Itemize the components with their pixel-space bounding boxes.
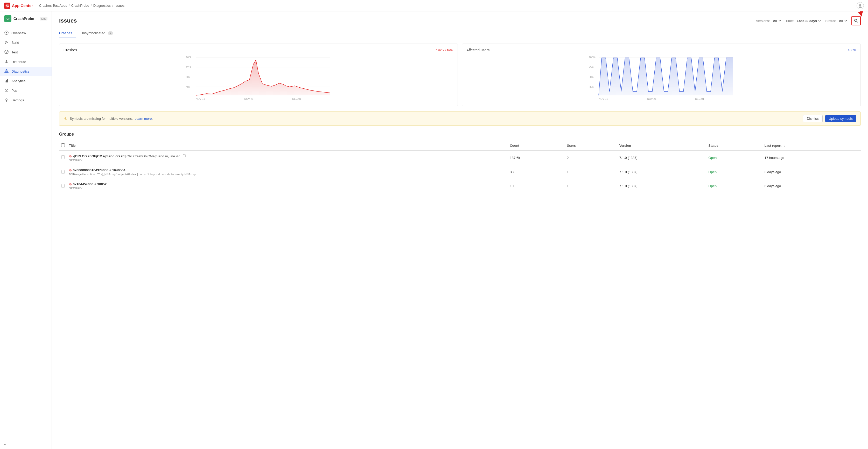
time-value: Last 30 days: [797, 19, 817, 23]
versions-value: All: [773, 19, 777, 23]
upload-symbols-button[interactable]: Upload symbols: [825, 115, 857, 122]
row1-title-bold[interactable]: -[CRLCrashObjCMsgSend crash]: [73, 154, 126, 158]
top-nav-right: [857, 2, 864, 9]
row1-lastreport: 17 hours ago: [763, 151, 861, 165]
sidebar-label-build: Build: [11, 41, 19, 44]
breadcrumb-item-4[interactable]: Issues: [115, 4, 124, 7]
row1-subtitle: SIGSEGV: [69, 159, 506, 162]
svg-text:DEC 01: DEC 01: [292, 97, 301, 100]
sidebar-item-build[interactable]: Build: [0, 38, 52, 47]
sidebar-item-settings[interactable]: Settings: [0, 95, 52, 105]
build-icon: [4, 40, 9, 45]
sidebar-item-analytics[interactable]: Analytics: [0, 76, 52, 86]
row2-status: Open: [706, 165, 762, 179]
svg-text:NOV 21: NOV 21: [647, 97, 656, 100]
svg-rect-17: [7, 79, 8, 83]
app-info: CP CrashProbe: [4, 15, 34, 22]
breadcrumb-item-3[interactable]: Diagnostics: [93, 4, 111, 7]
breadcrumb: Crashes Test Apps / CrashProbe / Diagnos…: [39, 4, 124, 7]
versions-dropdown[interactable]: Versions: All: [756, 19, 781, 23]
row1-checkbox-cell: [59, 151, 67, 165]
sidebar-item-distribute[interactable]: Distribute: [0, 57, 52, 67]
select-all-cell: [59, 141, 67, 151]
sidebar-label-distribute: Distribute: [11, 60, 26, 64]
row2-error-icon: ⊘: [69, 168, 72, 172]
row2-checkbox-cell: [59, 165, 67, 179]
row3-checkbox[interactable]: [61, 184, 65, 187]
row3-status: Open: [706, 179, 762, 193]
svg-text:120k: 120k: [186, 66, 192, 69]
row2-title-bold[interactable]: 0x00000000104374000 + 1640564: [73, 168, 125, 172]
sidebar-label-overview: Overview: [11, 31, 26, 35]
row3-title-bold[interactable]: 0x10445c000 + 30852: [73, 182, 107, 186]
row2-subtitle: NSRangeException: *** -[_NSArray0 object…: [69, 173, 506, 176]
breadcrumb-sep-2: /: [91, 4, 92, 7]
affected-chart-title: Affected users: [466, 48, 490, 52]
sidebar-item-test[interactable]: Test: [0, 47, 52, 57]
annotation-arrow: [846, 11, 867, 18]
col-header-users: Users: [565, 141, 617, 151]
breadcrumb-item-2[interactable]: CrashProbe: [71, 4, 89, 7]
sidebar-item-diagnostics[interactable]: Diagnostics: [0, 67, 52, 76]
charts-section: Crashes 192.2k total 160k 120k 80k 40k: [52, 38, 868, 111]
sort-arrow: ↓: [783, 144, 785, 148]
svg-text:NOV 11: NOV 11: [196, 97, 205, 100]
content-inner: Issues Versions: All Time: Last 30 days …: [52, 11, 868, 449]
app-logo[interactable]: AC App Center: [4, 3, 33, 9]
row1-checkbox[interactable]: [61, 156, 65, 159]
breadcrumb-item-1[interactable]: Crashes Test Apps: [39, 4, 67, 7]
svg-text:160k: 160k: [186, 56, 192, 59]
row3-users: 1: [565, 179, 617, 193]
copy-icon[interactable]: [183, 154, 186, 158]
chevron-down-icon-3: [844, 19, 847, 22]
row3-count: 10: [508, 179, 565, 193]
page-header: Issues Versions: All Time: Last 30 days …: [52, 11, 868, 25]
row3-error-icon: ⊘: [69, 182, 72, 186]
tab-unsymbolicated[interactable]: Unsymbolicated 2: [81, 29, 117, 38]
row1-users: 2: [565, 151, 617, 165]
select-all-checkbox[interactable]: [61, 143, 65, 147]
search-button[interactable]: [851, 16, 861, 25]
svg-rect-16: [6, 80, 7, 83]
svg-point-3: [859, 6, 862, 8]
sidebar-collapse-button[interactable]: «: [0, 440, 52, 449]
table-body: ⊘ -[CRLCrashObjCMsgSend crash] CRLCrashO…: [59, 151, 861, 193]
crashes-chart: Crashes 192.2k total 160k 120k 80k 40k: [59, 43, 458, 106]
chevron-down-icon-2: [818, 19, 821, 22]
time-dropdown[interactable]: Time: Last 30 days: [785, 19, 822, 23]
affected-chart-total: 100%: [848, 48, 856, 52]
svg-text:NOV 21: NOV 21: [244, 97, 253, 100]
row1-title-line: ⊘ -[CRLCrashObjCMsgSend crash] CRLCrashO…: [69, 154, 506, 158]
tabs: Crashes Unsymbolicated 2: [52, 29, 868, 38]
breadcrumb-sep-1: /: [69, 4, 70, 7]
groups-title: Groups: [59, 130, 861, 137]
affected-chart-area: 100% 75% 50% 25%: [466, 55, 856, 102]
row1-title-normal: CRLCrashObjCMsgSend.m, line 47: [126, 154, 180, 158]
page-title: Issues: [59, 18, 77, 24]
sidebar-item-push[interactable]: Push: [0, 86, 52, 95]
svg-line-25: [857, 21, 858, 22]
search-icon: [854, 19, 858, 23]
main-layout: CP CrashProbe iOS Overview Build: [0, 11, 868, 449]
app-name: CrashProbe: [13, 17, 34, 21]
table-row: ⊘ -[CRLCrashObjCMsgSend crash] CRLCrashO…: [59, 151, 861, 165]
sidebar-item-overview[interactable]: Overview: [0, 28, 52, 38]
user-avatar[interactable]: [857, 2, 864, 9]
col-header-lastreport[interactable]: Last report ↓: [763, 141, 861, 151]
row2-title: ⊘ 0x00000000104374000 + 1640564 NSRangeE…: [67, 165, 508, 179]
app-platform: iOS: [40, 17, 48, 21]
row1-title: ⊘ -[CRLCrashObjCMsgSend crash] CRLCrashO…: [67, 151, 508, 165]
dismiss-button[interactable]: Dismiss: [803, 115, 823, 122]
status-dropdown[interactable]: Status: All: [825, 19, 847, 23]
sidebar-label-push: Push: [11, 89, 20, 93]
crashes-chart-total: 192.2k total: [436, 48, 454, 52]
learn-more-link[interactable]: Learn more: [134, 117, 152, 121]
row2-checkbox[interactable]: [61, 170, 65, 173]
tab-crashes[interactable]: Crashes: [59, 29, 76, 38]
row1-status: Open: [706, 151, 762, 165]
affected-chart-svg: 100% 75% 50% 25%: [466, 55, 856, 102]
tab-unsymbolicated-label: Unsymbolicated: [81, 31, 105, 35]
row2-title-line: ⊘ 0x00000000104374000 + 1640564: [69, 168, 506, 172]
app-icon: CP: [4, 15, 11, 22]
svg-text:80k: 80k: [186, 76, 190, 78]
